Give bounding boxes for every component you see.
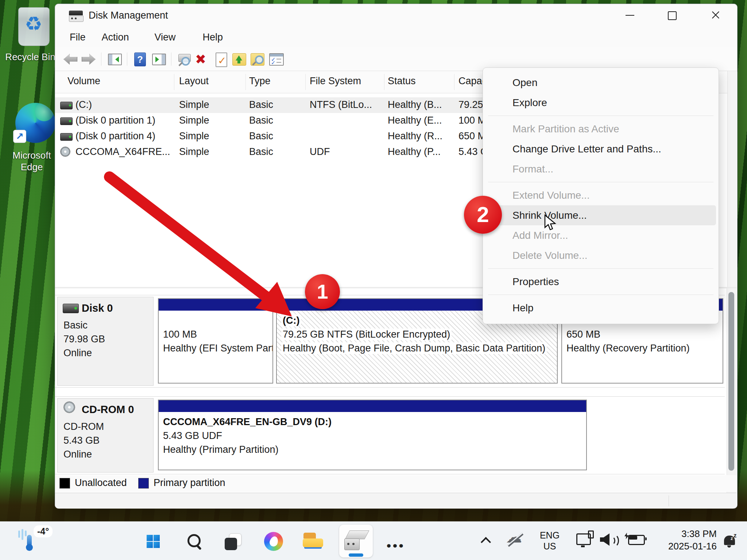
menu-item-open[interactable]: Open [485,73,716,93]
folder-search-icon[interactable] [249,51,265,67]
cell-status: Healthy (E... [388,115,453,126]
recycle-symbol-icon: ♻ [18,12,49,35]
menu-item-change-drive-letter[interactable]: Change Drive Letter and Paths... [485,139,716,159]
menu-separator [488,268,713,269]
menu-item-extend-volume[interactable]: Extend Volume... [485,185,716,205]
cell-status: Healthy (R... [388,131,453,142]
disk-management-app-icon [69,11,83,22]
delete-icon[interactable]: ✖ [194,51,210,67]
forward-icon[interactable] [80,51,96,67]
partition-color-strip [159,400,586,412]
tray-chevron-icon[interactable] [481,537,491,547]
notification-bell-icon[interactable]: z z [724,533,742,551]
table-scrollbar[interactable] [727,71,736,287]
cell-type: Basic [249,115,273,126]
ice-icon [22,529,23,540]
minimize-button[interactable] [619,7,641,24]
toolbar-separator [171,52,171,66]
disk0-info-panel[interactable]: Disk 0 Basic 79.98 GB Online [57,297,154,386]
disk-size: 79.98 GB [63,334,105,345]
disk-name: Disk 0 [82,302,113,314]
action-pane-icon[interactable] [150,51,166,67]
partition-title [163,314,268,327]
console-tree-icon[interactable] [106,51,122,67]
folder-up-icon[interactable] [231,51,247,67]
disk-management-taskbar-button[interactable] [339,525,373,557]
menu-item-mark-partition-active[interactable]: Mark Partition as Active [485,119,716,139]
task-view-button[interactable] [220,528,247,555]
menu-action[interactable]: Action [94,30,137,45]
col-file-system[interactable]: File System [310,75,361,93]
search-button[interactable] [180,528,208,555]
language-line2: US [533,541,566,552]
col-volume[interactable]: Volume [67,75,100,93]
legend-primary-swatch [138,478,149,489]
file-explorer-button[interactable] [299,528,327,555]
partition-status: Healthy (EFI System Partition) [163,341,268,355]
close-button[interactable] [704,7,727,24]
menu-item-format[interactable]: Format... [485,159,716,179]
disk-status: Online [63,449,92,460]
menu-item-help[interactable]: Help [485,298,716,318]
graph-scrollbar[interactable] [727,288,736,493]
edge-label: Microsoft Edge [8,149,55,173]
language-switcher[interactable]: ENG US [533,530,566,552]
menu-help[interactable]: Help [195,30,231,45]
col-layout[interactable]: Layout [179,75,209,93]
drive-icon [60,102,73,109]
legend-primary-label: Primary partition [154,477,225,489]
partition-efi[interactable]: 100 MB Healthy (EFI System Partition) [158,298,273,384]
menu-separator [488,182,713,182]
menu-item-delete-volume[interactable]: Delete Volume... [485,245,716,265]
menu-item-shrink-volume[interactable]: Shrink Volume... [485,205,716,225]
title-bar[interactable]: Disk Management [55,4,737,27]
mouse-cursor [543,214,560,233]
weather-widget[interactable]: -4° [15,525,80,557]
start-button[interactable] [139,528,167,555]
shortcut-arrow-icon: ↗ [13,130,26,143]
menu-item-add-mirror[interactable]: Add Mirror... [485,225,716,245]
menu-bar: File Action View Help [55,27,737,47]
cell-volume: CCCOMA_X64FRE... [76,146,173,158]
disk-size: 5.43 GB [63,435,100,446]
menu-view[interactable]: View [147,30,184,45]
taskbar: -4° ••• ☁ ENG US [0,521,747,560]
rescan-disks-icon[interactable] [176,51,192,67]
menu-file[interactable]: File [62,30,94,45]
maximize-button[interactable] [661,7,683,24]
graph-scrollbar-thumb[interactable] [728,292,734,471]
menu-item-explore[interactable]: Explore [485,93,716,113]
toolbar-separator [101,52,101,66]
onedrive-paused-icon[interactable]: ☁ [505,528,527,550]
menu-item-properties[interactable]: Properties [485,272,716,292]
cell-fs: UDF [310,146,383,158]
display-device-icon[interactable] [576,530,597,551]
annotation-badge-1: 1 [305,274,340,309]
language-line1: ENG [533,530,566,541]
col-type[interactable]: Type [249,75,271,93]
annotation-badge-2: 2 [464,196,502,234]
col-status[interactable]: Status [388,75,416,93]
partition-dvd[interactable]: CCCOMA_X64FRE_EN-GB_DV9 (D:) 5.43 GB UDF… [158,400,587,470]
cdrom-info-panel[interactable]: CD-ROM 0 CD-ROM 5.43 GB Online [57,398,154,472]
help-icon[interactable]: ? [132,51,148,67]
taskbar-overflow-button[interactable]: ••• [387,538,405,553]
properties-list-icon[interactable]: ✓✓ [267,51,283,67]
weather-temp: -4° [34,525,53,537]
context-menu: Open Explore Mark Partition as Active Ch… [483,67,719,324]
mark-partition-icon[interactable]: ✓ [213,51,229,67]
cell-volume: (C:) [76,99,173,110]
back-icon[interactable] [62,51,78,67]
desktop: ♻ Recycle Bin ↗ Microsoft Edge Disk Mana… [0,0,747,560]
copilot-button[interactable] [260,528,287,555]
menu-separator [488,295,713,295]
cdrom-row: CD-ROM 0 CD-ROM 5.43 GB Online CCCOMA_X6… [55,396,725,474]
battery-icon[interactable] [624,533,648,551]
legend: Unallocated Primary partition [55,475,736,492]
partition-status: Healthy (Recovery Partition) [566,341,718,355]
clock[interactable]: 3:38 PM 2025-01-16 [657,528,717,552]
partition-title: CCCOMA_X64FRE_EN-GB_DV9 (D:) [163,415,582,429]
toolbar-separator [127,52,127,66]
partition-size: 5.43 GB UDF [163,429,582,443]
volume-icon[interactable] [600,531,620,552]
